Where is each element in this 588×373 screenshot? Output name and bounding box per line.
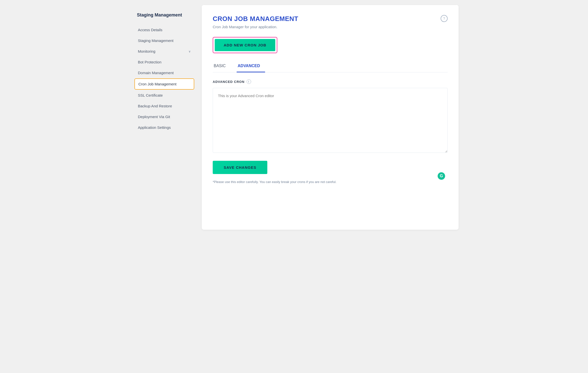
sidebar-item-label: Cron Job Management xyxy=(138,82,177,86)
tab-basic[interactable]: BASIC xyxy=(213,61,231,72)
sidebar-item-bot-protection[interactable]: Bot Protection xyxy=(134,57,194,67)
sidebar-item-label: Application Settings xyxy=(138,125,171,130)
sidebar-item-label: Bot Protection xyxy=(138,60,161,64)
sidebar-item-label: Staging Management xyxy=(138,38,174,43)
sidebar-item-label: Deployment Via Git xyxy=(138,115,170,119)
sidebar: Staging Management Access DetailsStaging… xyxy=(129,5,199,230)
main-content: ? CRON JOB MANAGEMENT Cron Job Manager f… xyxy=(202,5,459,230)
info-icon[interactable]: i xyxy=(247,79,251,84)
sidebar-item-backup-and-restore[interactable]: Backup And Restore xyxy=(134,101,194,111)
page-title: CRON JOB MANAGEMENT xyxy=(213,15,448,23)
sidebar-item-deployment-via-git[interactable]: Deployment Via Git xyxy=(134,112,194,122)
sidebar-item-ssl-certificate[interactable]: SSL Certificate xyxy=(134,90,194,100)
advanced-cron-label: ADVANCED CRON i xyxy=(213,79,448,84)
help-icon[interactable]: ? xyxy=(441,15,448,22)
sidebar-item-label: Access Details xyxy=(138,28,162,32)
save-changes-button[interactable]: SAVE CHANGES xyxy=(213,161,267,174)
sidebar-title: Staging Management xyxy=(134,12,194,18)
sidebar-item-access-details[interactable]: Access Details xyxy=(134,25,194,35)
sidebar-item-label: SSL Certificate xyxy=(138,93,163,97)
sidebar-item-domain-management[interactable]: Domain Management xyxy=(134,68,194,78)
chevron-down-icon: ∨ xyxy=(189,50,191,53)
sidebar-item-label: Backup And Restore xyxy=(138,104,172,108)
sidebar-item-label: Domain Management xyxy=(138,71,174,75)
sidebar-item-label: Monitoring xyxy=(138,49,155,53)
tab-advanced[interactable]: ADVANCED xyxy=(237,61,265,72)
tabs-container: BASIC ADVANCED xyxy=(213,61,448,72)
page-subtitle: Cron Job Manager for your application. xyxy=(213,25,448,29)
sidebar-item-staging-management[interactable]: Staging Management xyxy=(134,35,194,46)
advanced-cron-editor[interactable] xyxy=(213,88,448,153)
sidebar-item-cron-job-management[interactable]: Cron Job Management xyxy=(134,78,194,90)
add-cron-highlight-box: ADD NEW CRON JOB xyxy=(213,37,277,53)
grammarly-icon: G xyxy=(438,172,445,180)
sidebar-item-application-settings[interactable]: Application Settings xyxy=(134,122,194,133)
add-new-cron-job-button[interactable]: ADD NEW CRON JOB xyxy=(215,39,275,51)
sidebar-item-monitoring[interactable]: Monitoring∨ xyxy=(134,46,194,56)
warning-text: *Please use this editor carefully. You c… xyxy=(213,180,448,184)
